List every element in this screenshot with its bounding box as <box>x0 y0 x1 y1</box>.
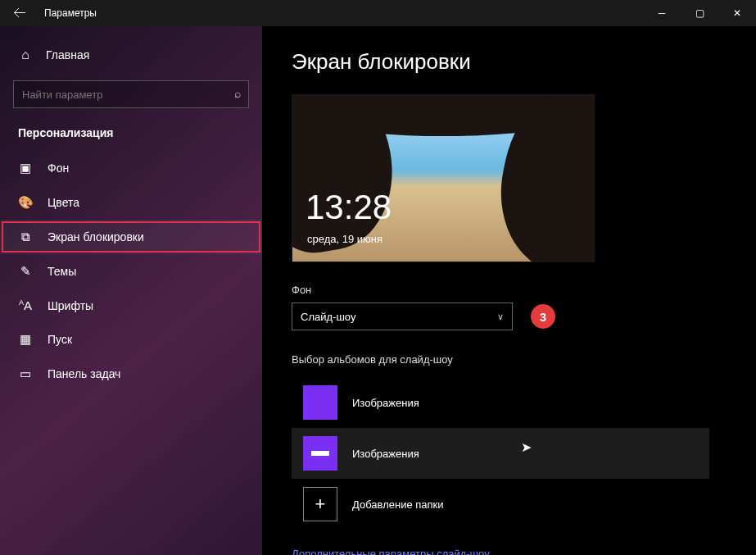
start-icon: ▦ <box>18 332 33 347</box>
folder-thumb-icon <box>303 385 337 420</box>
search-icon: ⌕ <box>234 87 241 100</box>
back-button[interactable]: 🡠 <box>0 6 39 20</box>
sidebar-item-lockscreen[interactable]: ⧉ Экран блокировки <box>0 220 262 254</box>
themes-icon: ✎ <box>18 264 33 279</box>
sidebar-nav: ▣ Фон 🎨 Цвета ⧉ Экран блокировки ✎ Темы … <box>0 151 262 391</box>
minimize-button[interactable]: ─ <box>643 0 681 26</box>
sidebar-item-label: Пуск <box>48 333 72 346</box>
preview-date: среда, 19 июня <box>307 233 383 245</box>
album-label: Изображения <box>352 397 698 409</box>
folder-thumb-icon <box>303 436 337 471</box>
sidebar-item-label: Темы <box>48 265 76 278</box>
window-controls: ─ ▢ ✕ <box>643 0 756 26</box>
title-bar: 🡠 Параметры ─ ▢ ✕ <box>0 0 756 26</box>
add-folder-row[interactable]: + Добавление папки <box>292 479 709 530</box>
background-dropdown[interactable]: Слайд-шоу ∨ <box>292 303 513 330</box>
sidebar-item-themes[interactable]: ✎ Темы <box>0 254 262 289</box>
background-label: Фон <box>292 284 731 296</box>
close-button[interactable]: ✕ <box>718 0 756 26</box>
album-row[interactable]: Изображения ➤ <box>292 428 709 479</box>
sidebar-item-label: Цвета <box>48 196 79 209</box>
sidebar-item-background[interactable]: ▣ Фон <box>0 151 262 185</box>
sidebar: ⌂ Главная ⌕ Персонализация ▣ Фон 🎨 Цвета… <box>0 26 262 555</box>
sidebar-item-colors[interactable]: 🎨 Цвета <box>0 185 262 220</box>
search-input[interactable] <box>13 80 249 108</box>
lockscreen-icon: ⧉ <box>18 230 33 244</box>
search-box[interactable]: ⌕ <box>13 80 249 108</box>
add-folder-label: Добавление папки <box>352 498 698 511</box>
annotation-badge: 3 <box>531 304 555 329</box>
albums-label: Выбор альбомов для слайд-шоу <box>292 353 731 366</box>
sidebar-item-label: Панель задач <box>48 367 120 380</box>
chevron-down-icon: ∨ <box>497 312 504 322</box>
sidebar-section-title: Персонализация <box>0 108 262 151</box>
sidebar-home[interactable]: ⌂ Главная <box>0 41 262 69</box>
sidebar-item-label: Экран блокировки <box>48 230 144 243</box>
advanced-link[interactable]: Дополнительные параметры слайд-шоу <box>292 548 490 555</box>
fonts-icon: AA <box>18 298 33 312</box>
palette-icon: 🎨 <box>18 195 33 210</box>
add-icon: + <box>303 487 337 521</box>
sidebar-item-taskbar[interactable]: ▭ Панель задач <box>0 357 262 391</box>
page-title: Экран блокировки <box>292 49 731 75</box>
sidebar-item-fonts[interactable]: AA Шрифты <box>0 289 262 322</box>
maximize-button[interactable]: ▢ <box>681 0 718 26</box>
background-dropdown-value: Слайд-шоу <box>301 311 355 323</box>
album-label: Изображения <box>352 448 698 460</box>
main-content: Экран блокировки 13:28 среда, 19 июня Фо… <box>262 26 756 555</box>
sidebar-home-label: Главная <box>46 48 89 61</box>
lockscreen-preview: 13:28 среда, 19 июня <box>292 94 595 262</box>
preview-time: 13:28 <box>306 188 392 227</box>
sidebar-item-label: Шрифты <box>48 299 93 312</box>
taskbar-icon: ▭ <box>18 366 33 381</box>
picture-icon: ▣ <box>18 161 33 175</box>
album-row[interactable]: Изображения <box>292 377 709 428</box>
window-title: Параметры <box>39 7 97 19</box>
home-icon: ⌂ <box>18 48 33 62</box>
sidebar-item-label: Фон <box>48 161 69 175</box>
sidebar-item-start[interactable]: ▦ Пуск <box>0 322 262 357</box>
